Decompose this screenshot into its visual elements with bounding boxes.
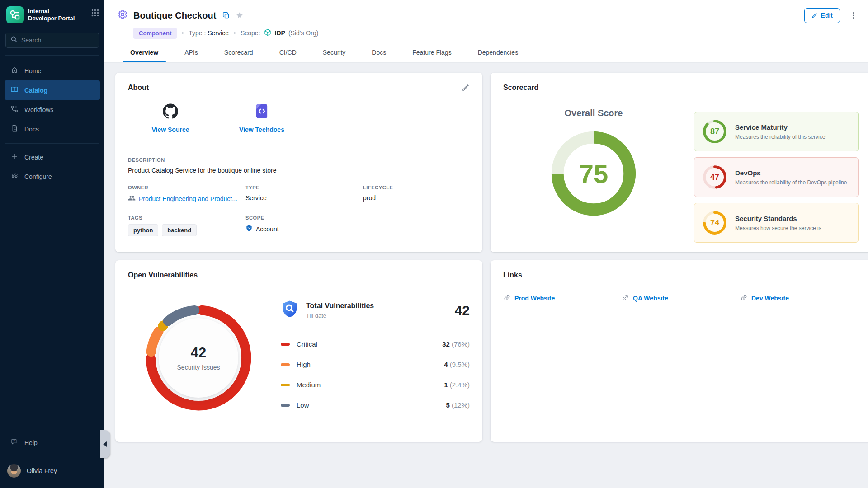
total-vulnerabilities-label: Total Vulnerabilities [306,302,374,310]
edit-about-pencil-icon[interactable] [462,84,470,92]
view-source-link[interactable]: View Source [143,103,198,133]
description-label: DESCRIPTION [128,157,470,163]
document-icon [10,124,19,134]
scorecard-item-devops[interactable]: 47 DevOps Measures the reliability of th… [694,157,859,197]
tab-docs[interactable]: Docs [364,42,394,62]
type-field: TYPE Service [245,185,363,203]
svg-text:?: ? [13,440,15,443]
qa-website-link[interactable]: QA Website [622,294,740,303]
dot-separator [234,32,236,34]
account-shield-icon [245,225,253,233]
type-value: Service [208,29,229,37]
sidebar-item-docs[interactable]: Docs [5,119,100,139]
app-root: Internal Developer Portal [0,0,868,488]
shield-search-icon [281,300,299,321]
about-title: About [128,84,149,92]
lifecycle-field: LIFECYCLE prod [363,185,470,203]
scorecard-title: Scorecard [503,84,859,92]
avatar [7,464,21,478]
sidebar-item-label: Docs [24,126,39,133]
high-dash-icon [281,363,290,366]
legend-row-critical: Critical 32 (76%) [281,334,470,354]
description-value: Product Catalog Service for the boutique… [128,167,470,174]
sidebar-item-label: Catalog [24,87,47,94]
search-input[interactable] [21,37,94,44]
sidebar-item-label: Create [24,154,43,161]
tab-dependencies[interactable]: Dependencies [470,42,526,62]
about-card: About View Source [115,73,482,252]
tab-security[interactable]: Security [315,42,354,62]
edit-button[interactable]: Edit [804,8,840,23]
security-standards-gauge: 74 [703,211,727,235]
collapse-arrow-icon [103,441,107,447]
copy-icon[interactable] [222,12,230,19]
logo-row: Internal Developer Portal [0,0,104,26]
scorecard-item-service-maturity[interactable]: 87 Service Maturity Measures the reliabi… [694,112,859,151]
tag-chip[interactable]: python [128,224,158,236]
links-title: Links [503,271,859,279]
star-icon[interactable] [236,11,244,19]
content-grid: About View Source [104,63,868,442]
view-techdocs-link[interactable]: View Techdocs [235,103,289,133]
sidebar-item-label: Help [24,439,38,446]
kebab-menu-icon[interactable] [850,11,857,19]
overall-score-label: Overall Score [565,108,623,118]
search-box[interactable] [5,33,99,48]
tab-apis[interactable]: APIs [177,42,206,62]
main-area: Boutique Checkout Edit Component [104,0,868,488]
dot-separator [182,32,184,34]
prod-website-link[interactable]: Prod Website [503,294,622,303]
sidebar-item-catalog[interactable]: Catalog [5,80,100,100]
apps-grid-icon[interactable] [91,9,99,19]
divider [128,148,470,148]
total-vulnerabilities-row: Total Vulnerabilities Till date 42 [281,300,470,321]
book-icon [10,85,19,95]
breadcrumb: Component Type : Service Scope: IDP (Sid… [133,27,857,39]
team-icon [128,194,136,203]
sidebar-item-workflows[interactable]: Workflows [5,100,100,119]
vulnerabilities-card: Open Vulnerabilities 42 Security Issues [115,260,482,442]
legend-row-high: High 4 (9.5%) [281,354,470,375]
user-menu[interactable]: Olivia Frey [5,460,100,482]
scorecard-item-security-standards[interactable]: 74 Security Standards Measures how secur… [694,203,859,243]
till-date-label: Till date [306,312,374,319]
total-vulnerabilities-value: 42 [455,303,470,318]
techdocs-icon [255,103,269,121]
dev-website-link[interactable]: Dev Website [740,294,859,303]
sidebar-item-configure[interactable]: Configure [5,167,100,186]
overall-score-value: 75 [547,127,641,221]
scope-group: Scope: IDP (Sid's Org) [241,28,318,38]
link-icon [622,294,629,303]
workflow-icon [10,105,19,114]
low-dash-icon [281,404,290,407]
legend-row-medium: Medium 1 (2.4%) [281,375,470,395]
sidebar-item-label: Home [24,67,41,75]
overall-score-gauge: 75 [547,127,641,221]
tab-overview[interactable]: Overview [123,42,166,62]
tab-bar: Overview APIs Scorecard CI/CD Security D… [117,42,857,62]
owner-field: OWNER Product Engineering and Product... [128,185,245,203]
tab-scorecard[interactable]: Scorecard [217,42,261,62]
tab-cicd[interactable]: CI/CD [272,42,304,62]
tag-chip[interactable]: backend [162,224,197,236]
overall-score-block: Overall Score 75 [503,98,684,249]
help-chat-icon: ? [10,438,19,447]
sidebar-divider [5,456,99,456]
component-badge: Component [133,28,177,39]
tab-feature-flags[interactable]: Feature Flags [405,42,459,62]
sidebar-item-home[interactable]: Home [5,61,100,80]
sidebar-item-create[interactable]: Create [5,147,100,167]
portal-title: Internal Developer Portal [28,8,91,22]
sidebar-nav: Home Catalog Workflows Docs Create Con [0,56,104,186]
search-icon [10,36,18,45]
divider [281,331,470,331]
scope-field: SCOPE Account [245,215,363,236]
links-card: Links Prod Website QA Website Dev Websit… [491,260,868,442]
page-title: Boutique Checkout [133,10,216,21]
owner-link[interactable]: Product Engineering and Product... [128,194,245,203]
gear-icon [10,172,19,181]
page-header: Boutique Checkout Edit Component [104,0,868,63]
sidebar-item-label: Workflows [24,106,53,113]
sidebar-item-help[interactable]: ? Help [5,433,100,452]
sidebar-collapse-handle[interactable] [100,430,110,458]
